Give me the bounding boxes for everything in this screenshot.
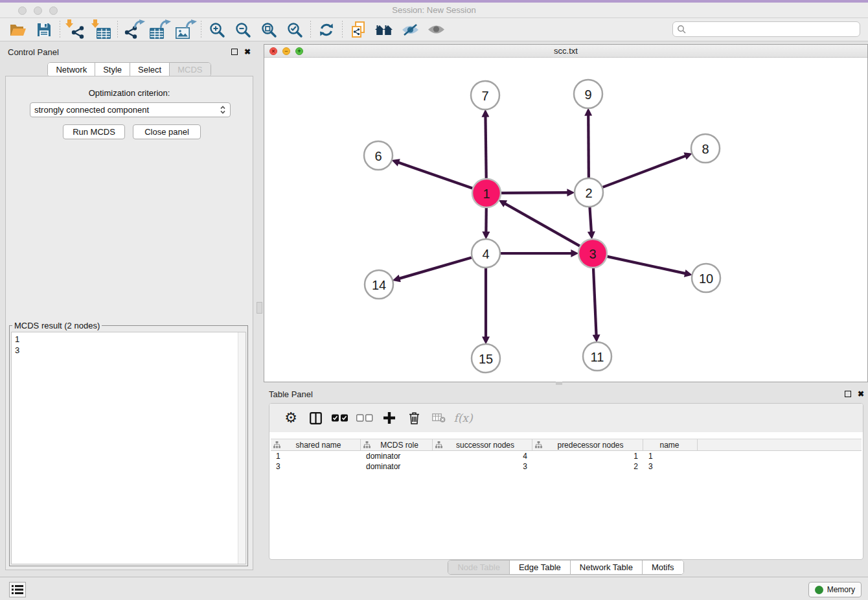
close-panel-icon[interactable]: ✖	[244, 49, 251, 55]
graph-node-15[interactable]: 15	[472, 344, 500, 373]
svg-text:14: 14	[372, 278, 386, 292]
svg-text:3: 3	[589, 247, 596, 261]
network-close-button[interactable]: ×	[269, 47, 277, 55]
optimization-criterion-select[interactable]: strongly connected component	[30, 102, 231, 117]
mcds-result-box[interactable]: 1 3	[11, 332, 246, 564]
graph-node-11[interactable]: 11	[583, 342, 611, 371]
run-mcds-button[interactable]: Run MCDS	[63, 124, 125, 139]
import-table-icon[interactable]	[89, 19, 115, 40]
graph-edge-3-11[interactable]	[593, 268, 597, 337]
delete-trash-icon[interactable]	[402, 407, 426, 429]
graph-edge-2-8[interactable]	[603, 156, 687, 187]
float-table-panel-icon[interactable]	[845, 391, 851, 397]
import-network-icon[interactable]	[63, 19, 89, 40]
network-window-titlebar[interactable]: × − + scc.txt	[264, 45, 867, 58]
export-table-icon[interactable]	[146, 19, 172, 40]
graph-node-9[interactable]: 9	[574, 80, 602, 108]
graph-node-2[interactable]: 2	[575, 178, 603, 207]
graph-edge-3-1[interactable]	[503, 203, 580, 246]
graph-node-7[interactable]: 7	[471, 81, 499, 110]
graph-edge-2-9[interactable]	[588, 113, 589, 178]
network-canvas[interactable]: 7968124314101511	[264, 58, 867, 382]
selected-option: strongly connected component	[34, 105, 220, 115]
graph-node-4[interactable]: 4	[472, 239, 500, 268]
float-panel-icon[interactable]	[231, 49, 238, 55]
network-resize-handle[interactable]	[556, 382, 562, 385]
table-row[interactable]: 3dominator323	[271, 461, 862, 472]
network-zoom-button[interactable]: +	[295, 47, 303, 55]
tab-select[interactable]: Select	[130, 63, 170, 76]
zoom-fit-icon[interactable]	[256, 19, 282, 40]
column-header-mcds-role[interactable]: MCDS role	[361, 439, 433, 450]
close-table-panel-icon[interactable]: ✖	[858, 391, 864, 397]
zoom-in-icon[interactable]	[204, 19, 230, 40]
network-window-title: scc.txt	[264, 45, 867, 57]
close-panel-button[interactable]: Close panel	[133, 124, 201, 139]
table-cell[interactable]: 4	[433, 451, 532, 461]
graph-node-1[interactable]: 1	[472, 179, 501, 207]
column-header-name[interactable]: name	[643, 439, 698, 450]
table-panel: Table Panel ✖ ⚙ f(x)	[264, 386, 868, 577]
table-cell[interactable]: 2	[532, 461, 643, 472]
panel-divider-grip[interactable]	[257, 302, 262, 314]
window-close-button[interactable]	[18, 6, 27, 15]
column-header-successor-nodes[interactable]: successor nodes	[433, 439, 532, 450]
column-header-shared-name[interactable]: shared name	[271, 439, 361, 450]
memory-button[interactable]: Memory	[808, 582, 862, 597]
show-eye-icon[interactable]	[423, 19, 449, 40]
tab-mcds[interactable]: MCDS	[170, 63, 210, 76]
zoom-out-icon[interactable]	[230, 19, 256, 40]
tab-network[interactable]: Network	[48, 63, 95, 76]
graph-node-3[interactable]: 3	[578, 239, 607, 268]
task-history-button[interactable]	[9, 582, 26, 597]
tab-node-table[interactable]: Node Table	[448, 560, 510, 574]
table-cell[interactable]: 1	[532, 451, 643, 461]
table-cell[interactable]: 3	[433, 461, 532, 472]
column-header-predecessor-nodes[interactable]: predecessor nodes	[532, 439, 643, 450]
graph-node-10[interactable]: 10	[692, 264, 720, 292]
zoom-selected-icon[interactable]	[282, 19, 308, 40]
table-cell[interactable]: dominator	[361, 451, 433, 461]
table-cell[interactable]: 3	[643, 461, 698, 472]
save-session-icon[interactable]	[31, 19, 57, 40]
export-network-icon[interactable]	[120, 19, 146, 40]
tab-network-table[interactable]: Network Table	[571, 560, 643, 574]
window-minimize-button[interactable]	[34, 6, 42, 15]
table-cell[interactable]: 1	[271, 451, 361, 461]
graph-edge-4-14[interactable]	[398, 257, 472, 279]
table-row[interactable]: 1dominator411	[271, 451, 862, 461]
table-settings-gear-icon[interactable]: ⚙	[279, 407, 303, 429]
open-session-icon[interactable]	[5, 19, 31, 40]
tab-edge-table[interactable]: Edge Table	[510, 560, 571, 574]
refresh-icon[interactable]	[314, 19, 339, 40]
graph-node-6[interactable]: 6	[364, 141, 393, 170]
deselect-all-icon[interactable]	[352, 407, 377, 429]
graph-edge-1-2[interactable]	[501, 192, 569, 193]
window-zoom-button[interactable]	[49, 6, 58, 15]
table-body: 1dominator4113dominator323	[271, 451, 862, 472]
column-type-icon	[273, 441, 280, 448]
search-field[interactable]	[672, 21, 860, 37]
table-cell[interactable]: 1	[643, 451, 698, 461]
tab-style[interactable]: Style	[95, 63, 130, 76]
graph-edge-1-7[interactable]	[485, 115, 486, 178]
show-columns-icon[interactable]	[303, 407, 328, 429]
graph-edge-2-3[interactable]	[589, 207, 591, 234]
tab-motifs[interactable]: Motifs	[643, 560, 683, 574]
export-image-icon[interactable]	[172, 19, 198, 40]
result-line: 1	[15, 334, 242, 345]
graph-node-8[interactable]: 8	[691, 134, 720, 163]
add-column-plus-icon[interactable]	[377, 407, 402, 429]
graph-edge-3-10[interactable]	[607, 257, 687, 274]
result-scrollbar[interactable]	[238, 332, 246, 564]
network-minimize-button[interactable]: −	[282, 47, 290, 55]
table-cell[interactable]: 3	[271, 461, 361, 472]
select-all-icon[interactable]	[328, 407, 352, 429]
hide-selected-eye-slash-icon[interactable]	[397, 19, 423, 40]
graph-edge-1-6[interactable]	[396, 162, 472, 189]
graph-node-14[interactable]: 14	[365, 270, 393, 299]
show-all-home-icon[interactable]	[371, 19, 397, 40]
clone-network-icon[interactable]	[345, 19, 371, 40]
toolbar-separator	[117, 21, 118, 39]
table-cell[interactable]: dominator	[361, 461, 433, 472]
